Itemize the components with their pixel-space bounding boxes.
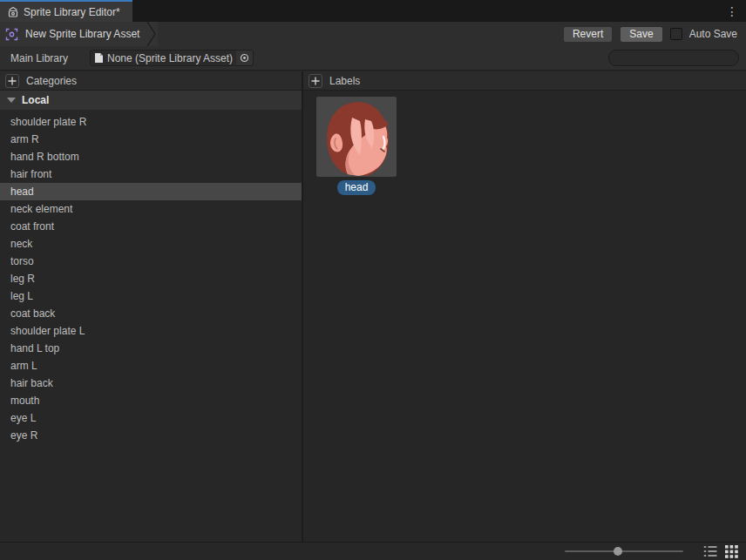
thumbnail-zoom-slider[interactable] (565, 545, 683, 557)
main-library-label: Main Library (0, 52, 90, 64)
category-item-shoulder-plate-l[interactable]: shoulder plate L (0, 322, 302, 340)
category-item-neck[interactable]: neck (0, 235, 302, 253)
sprite-library-asset-icon (5, 28, 18, 41)
labels-grid: head (303, 91, 746, 195)
grid-view-button[interactable] (723, 544, 739, 558)
sprite-thumbnail[interactable] (316, 97, 397, 177)
plus-icon (309, 74, 322, 88)
category-item-torso[interactable]: torso (0, 253, 302, 270)
category-item-arm-r[interactable]: arm R (0, 131, 302, 148)
tab-sprite-library-editor[interactable]: Sprite Library Editor* (0, 0, 132, 22)
slider-track (565, 550, 683, 552)
list-view-icon (703, 545, 717, 557)
auto-save-label: Auto Save (689, 28, 737, 40)
grid-view-icon (725, 545, 738, 558)
category-item-leg-r[interactable]: leg R (0, 270, 302, 287)
category-item-eye-r[interactable]: eye R (0, 427, 302, 444)
category-item-hand-l-top[interactable]: hand L top (0, 340, 302, 357)
label-pill-head[interactable]: head (337, 180, 376, 195)
category-item-neck-element[interactable]: neck element (0, 200, 302, 218)
categories-panel: Categories Local shoulder plate Rarm Rha… (0, 71, 303, 542)
list-view-button[interactable] (702, 544, 718, 558)
category-item-hair-front[interactable]: hair front (0, 165, 302, 183)
sprite-library-editor-window: Sprite Library Editor* ⋮ New Sprite Libr… (0, 0, 746, 560)
local-group-label: Local (22, 94, 49, 106)
category-item-shoulder-plate-r[interactable]: shoulder plate R (0, 113, 302, 131)
object-picker-icon (240, 53, 249, 63)
categories-title: Categories (26, 75, 77, 87)
category-item-head[interactable]: head (0, 183, 302, 200)
library-row: Main Library None (Sprite Library Asset) (0, 46, 746, 71)
local-foldout[interactable]: Local (0, 91, 302, 110)
label-cell-head: head (316, 97, 397, 195)
toolbar-actions: Revert Save Auto Save (563, 26, 746, 43)
breadcrumb-label: New Sprite Library Asset (25, 28, 139, 40)
categories-header: Categories (0, 71, 302, 91)
foldout-triangle-icon (7, 98, 16, 103)
footer-bar (0, 542, 746, 560)
category-item-hand-r-bottom[interactable]: hand R bottom (0, 148, 302, 165)
category-item-mouth[interactable]: mouth (0, 392, 302, 409)
library-icon (7, 6, 19, 18)
category-item-coat-back[interactable]: coat back (0, 305, 302, 322)
revert-button[interactable]: Revert (563, 26, 613, 43)
main-library-object-field[interactable]: None (Sprite Library Asset) (90, 50, 254, 66)
panel-menu-button[interactable]: ⋮ (723, 0, 741, 22)
category-item-coat-front[interactable]: coat front (0, 218, 302, 235)
category-item-hair-back[interactable]: hair back (0, 374, 302, 392)
editor-body: Categories Local shoulder plate Rarm Rha… (0, 71, 746, 542)
category-item-eye-l[interactable]: eye L (0, 409, 302, 427)
kebab-menu-icon: ⋮ (726, 4, 738, 18)
add-category-button[interactable] (5, 74, 19, 88)
breadcrumb-arrow-icon (146, 22, 156, 46)
object-picker-button[interactable] (236, 51, 253, 65)
asset-file-icon (91, 52, 104, 64)
labels-title: Labels (329, 75, 360, 87)
labels-panel: Labels (303, 71, 746, 542)
tab-bar: Sprite Library Editor* ⋮ (0, 0, 746, 22)
search-input[interactable] (618, 52, 746, 64)
zoom-slider-thumb[interactable] (614, 547, 622, 556)
category-item-arm-l[interactable]: arm L (0, 357, 302, 374)
plus-icon (5, 74, 19, 88)
category-item-leg-l[interactable]: leg L (0, 287, 302, 305)
breadcrumb[interactable]: New Sprite Library Asset (0, 22, 158, 46)
head-sprite-image (316, 97, 397, 177)
save-button[interactable]: Save (620, 26, 662, 43)
search-field[interactable] (608, 50, 739, 66)
auto-save-checkbox[interactable] (670, 28, 682, 40)
category-list: shoulder plate Rarm Rhand R bottomhair f… (0, 110, 302, 542)
main-toolbar: New Sprite Library Asset Revert Save Aut… (0, 22, 746, 46)
labels-header: Labels (303, 71, 746, 91)
add-label-button[interactable] (309, 74, 322, 88)
tab-title: Sprite Library Editor* (24, 6, 120, 18)
object-field-value: None (Sprite Library Asset) (104, 52, 236, 64)
